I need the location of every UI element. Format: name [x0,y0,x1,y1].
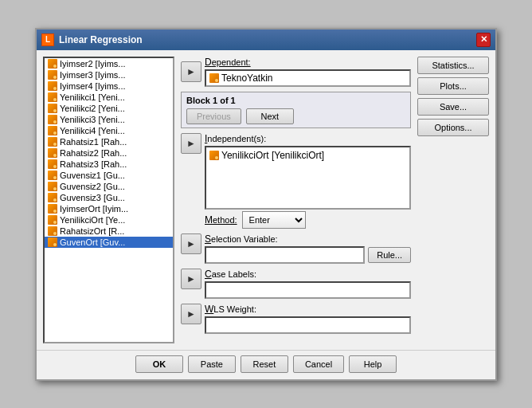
ok-button[interactable]: OK [135,355,183,373]
previous-button[interactable]: Previous [186,108,241,124]
var-icon [48,59,57,69]
variable-list-item[interactable]: GuvenOrt [Guv... [45,237,173,248]
variable-item-label: Guvensiz2 [Gu... [60,182,125,191]
block-title: Block 1 of 1 [186,96,405,105]
wls-label: WLS Weight: [205,304,411,315]
independents-section: ► Independent(s): YenilikciOrt [Yenilikc… [181,133,411,229]
variable-list-item[interactable]: Yenilikci4 [Yeni... [45,125,173,136]
rule-button[interactable]: Rule... [368,247,411,263]
variable-list-item[interactable]: Yenilikci3 [Yeni... [45,114,173,125]
var-icon [48,137,57,147]
next-button[interactable]: Next [246,108,294,124]
plots-button[interactable]: Plots... [417,77,489,95]
dependent-content: Dependent: TeknoYatkin [205,57,411,87]
wls-section: ► WLS Weight: [181,304,411,334]
case-labels-section: ► Case Labels: [181,269,411,299]
var-icon [209,73,219,83]
variable-item-label: Yenilikci3 [Yeni... [60,115,125,124]
options-button[interactable]: Options... [417,119,489,136]
variable-list-item[interactable]: Iyimser4 [Iyims... [45,80,173,92]
independents-label: Independent(s): [205,133,411,144]
title-bar: L Linear Regression ✕ [37,29,495,50]
title-bar-left: L Linear Regression [41,33,143,46]
independents-list[interactable]: YenilikciOrt [YenilikciOrt] [205,146,411,210]
variable-list-item[interactable]: RahatsizOrt [R... [45,226,173,237]
variable-list-item[interactable]: Yenilikci2 [Yeni... [45,103,173,114]
independent-item: YenilikciOrt [YenilikciOrt] [209,149,406,162]
method-dropdown[interactable]: Enter Stepwise Remove Backward Forward [242,211,306,229]
variable-item-label: Guvensiz3 [Gu... [60,193,125,202]
right-panel: Statistics... Plots... Save... Options..… [417,57,489,343]
variable-item-label: Iyimser2 [Iyims... [60,59,126,69]
case-labels-label: Case Labels: [205,269,411,280]
case-labels-field[interactable] [205,281,411,299]
statistics-button[interactable]: Statistics... [417,57,489,74]
middle-panel: ► Dependent: TeknoYatkin Block 1 of 1 Pr… [181,57,411,343]
reset-button[interactable]: Reset [241,355,288,373]
dependent-label: Dependent: [205,57,411,68]
dialog-body: Iyimser2 [Iyims...Iyimser3 [Iyims...Iyim… [37,50,495,350]
wls-field[interactable] [205,316,411,334]
variable-item-label: RahatsizOrt [R... [60,226,124,236]
var-icon [48,226,57,236]
var-icon [48,215,57,225]
dependent-section: ► Dependent: TeknoYatkin [181,57,411,87]
bottom-bar: OK Paste Reset Cancel Help [37,350,495,379]
selection-field[interactable] [205,246,365,264]
independents-arrow-button[interactable]: ► [181,133,201,154]
variable-item-label: Rahatsiz1 [Rah... [60,137,127,147]
variable-item-label: Rahatsiz2 [Rah... [60,148,127,158]
var-icon [209,151,219,160]
method-row: Method: Enter Stepwise Remove Backward F… [205,211,411,229]
var-icon [48,148,57,158]
var-icon [48,104,57,113]
independent-value: YenilikciOrt [YenilikciOrt] [221,150,324,161]
method-label: Method: [205,214,237,226]
variable-list-item[interactable]: YenilikciOrt [Ye... [45,214,173,226]
variable-item-label: GuvenOrt [Guv... [60,237,125,247]
var-icon [48,159,57,169]
var-icon [48,182,57,191]
dialog-icon: L [41,33,54,46]
variable-list-item[interactable]: Guvensiz3 [Gu... [45,192,173,203]
wls-content: WLS Weight: [205,304,411,334]
linear-regression-dialog: L Linear Regression ✕ Iyimser2 [Iyims...… [35,28,497,381]
selection-field-row: Rule... [205,246,411,264]
var-icon [48,115,57,124]
variable-list-item[interactable]: Rahatsiz3 [Rah... [45,159,173,170]
variable-item-label: YenilikciOrt [Ye... [60,215,125,225]
dependent-arrow-button[interactable]: ► [181,61,201,82]
variable-list-item[interactable]: Rahatsiz1 [Rah... [45,136,173,147]
variable-list-item[interactable]: Guvensiz2 [Gu... [45,181,173,192]
variable-item-label: Iyimser3 [Iyims... [60,70,126,80]
variable-item-label: Iyimser4 [Iyims... [60,81,126,91]
variable-list-item[interactable]: Rahatsiz2 [Rah... [45,147,173,159]
help-button[interactable]: Help [349,355,397,373]
variable-list-item[interactable]: IyimserOrt [Iyim... [45,203,173,214]
close-button[interactable]: ✕ [476,33,491,47]
variable-list-item[interactable]: Yenilikci1 [Yeni... [45,92,173,103]
selection-arrow-button[interactable]: ► [181,233,201,254]
variable-list-item[interactable]: Guvensiz1 [Gu... [45,170,173,181]
cancel-button[interactable]: Cancel [293,355,344,373]
selection-content: Selection Variable: Rule... [205,233,411,264]
save-button[interactable]: Save... [417,98,489,116]
variable-list-item[interactable]: Iyimser2 [Iyims... [45,58,173,69]
dependent-field[interactable]: TeknoYatkin [205,69,411,87]
wls-arrow-button[interactable]: ► [181,304,201,324]
variable-item-label: Yenilikci2 [Yeni... [60,104,125,113]
variable-item-label: Yenilikci1 [Yeni... [60,92,125,102]
var-icon [48,237,57,247]
variable-item-label: Rahatsiz3 [Rah... [60,159,127,169]
variable-item-label: Yenilikci4 [Yeni... [60,126,125,135]
var-icon [48,92,57,102]
variable-list[interactable]: Iyimser2 [Iyims...Iyimser3 [Iyims...Iyim… [43,57,174,343]
case-labels-arrow-button[interactable]: ► [181,269,201,289]
case-labels-content: Case Labels: [205,269,411,299]
var-icon [48,81,57,91]
left-panel: Iyimser2 [Iyims...Iyimser3 [Iyims...Iyim… [43,57,174,343]
variable-list-item[interactable]: Iyimser3 [Iyims... [45,69,173,80]
selection-label: Selection Variable: [205,233,411,245]
paste-button[interactable]: Paste [188,355,236,373]
var-icon [48,70,57,80]
